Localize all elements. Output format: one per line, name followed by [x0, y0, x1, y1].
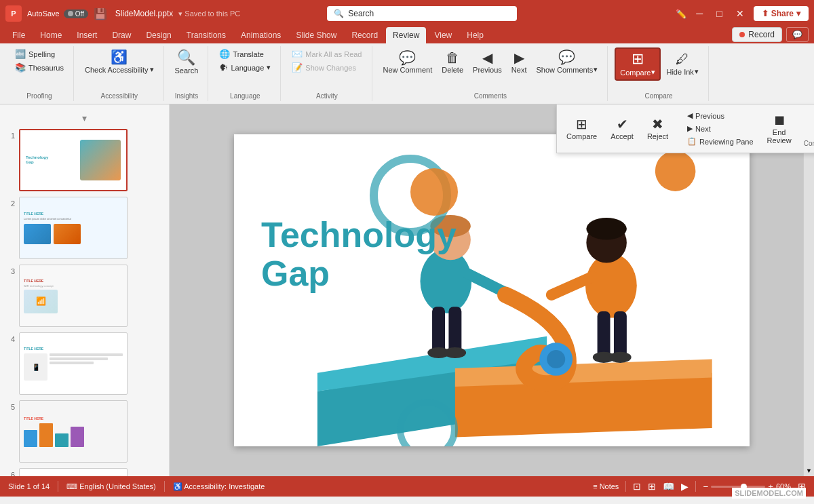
maximize-button[interactable]: □ — [712, 5, 726, 22]
scroll-down-btn[interactable]: ▼ — [804, 465, 814, 476]
show-comments-label: Show Comments — [536, 66, 593, 74]
slide-item-6[interactable]: 6 TITLE HERE Team collaboration — [0, 465, 169, 476]
tab-help[interactable]: Help — [460, 27, 490, 43]
slide-sorter-button[interactable]: ⊞ — [648, 481, 656, 492]
slide-item-5[interactable]: 5 TITLE HERE — [0, 398, 169, 465]
search-input[interactable] — [348, 9, 484, 18]
autosave-toggle[interactable]: Off — [64, 9, 88, 18]
close-button[interactable]: ✕ — [732, 5, 748, 22]
compare-group-label: Compare — [644, 90, 672, 100]
tab-record[interactable]: Record — [345, 27, 385, 43]
language-label: Language — [231, 64, 264, 72]
compare-icon: ⊞ — [632, 52, 644, 66]
language-button[interactable]: 🗣 Language ▾ — [215, 61, 275, 74]
accessibility-dropdown: ▾ — [150, 65, 154, 74]
status-sep-4 — [695, 481, 696, 492]
file-name: SlideModel.pptx — [115, 9, 173, 18]
record-label: Record — [748, 30, 775, 39]
new-comment-button[interactable]: 💬 New Comment — [379, 48, 437, 77]
record-button[interactable]: Record — [732, 27, 782, 42]
notes-button[interactable]: ≡ Notes — [593, 482, 619, 490]
tab-file[interactable]: File — [5, 27, 32, 43]
slide-panel-collapse[interactable]: ▾ — [0, 110, 169, 126]
slide-num-4: 4 — [5, 335, 15, 343]
share-button[interactable]: ⬆ Share ▾ — [754, 6, 809, 21]
accessibility-icon: ♿ — [111, 50, 128, 64]
accept-button[interactable]: ✔ Accept — [606, 115, 638, 143]
reading-view-button[interactable]: 📖 — [663, 481, 674, 492]
tab-view[interactable]: View — [427, 27, 459, 43]
autosave-area: AutoSave Off — [27, 9, 88, 18]
tab-home[interactable]: Home — [33, 27, 69, 43]
mark-all-as-read-button[interactable]: ✉️ Mark All as Read — [288, 47, 366, 60]
slide-item-3[interactable]: 3 TITLE HERE WiFi technology concept 📶 — [0, 262, 169, 330]
compare-buttons: ⊞ Compare ▾ 🖊 Hide Ink ▾ — [615, 47, 703, 81]
ribbon-group-comments: 💬 New Comment 🗑 Delete ◀ Previous ▶ Next… — [374, 46, 608, 101]
comment-button[interactable]: 💬 — [786, 27, 809, 42]
reviewing-pane-button[interactable]: 📋 Reviewing Pane — [683, 136, 758, 147]
compare-button[interactable]: ⊞ Compare ▾ — [615, 47, 661, 81]
tab-design[interactable]: Design — [139, 27, 178, 43]
thesaurus-button[interactable]: 📚 Thesaurus — [11, 61, 68, 74]
slide-thumb-4: TITLE HERE 📱 — [19, 332, 128, 395]
main-content: ▾ 1 TechnologyGap 2 TITLE HERE Lorem ips… — [0, 104, 814, 476]
tab-insert[interactable]: Insert — [70, 27, 104, 43]
search-bar[interactable]: 🔍 — [327, 6, 517, 21]
slide-item-4[interactable]: 4 TITLE HERE 📱 — [0, 330, 169, 398]
previous-comment-button[interactable]: ◀ Previous — [469, 48, 506, 77]
slide-item-1[interactable]: 1 TechnologyGap — [0, 126, 169, 194]
minimize-button[interactable]: ─ — [692, 5, 707, 22]
ribbon-group-proofing: 🔤 Spelling 📚 Thesaurus Proofing — [5, 46, 74, 101]
tab-draw[interactable]: Draw — [105, 27, 138, 43]
slide-count: Slide 1 of 14 — [8, 482, 50, 490]
tab-slideshow[interactable]: Slide Show — [289, 27, 343, 43]
canvas-scrollbar[interactable]: ▲ ▼ — [803, 104, 814, 476]
slide-title-line2: Gap — [261, 254, 330, 293]
slide-num-6: 6 — [5, 471, 15, 476]
search-insights-button[interactable]: 🔍 Search — [171, 47, 203, 77]
hide-ink-label: Hide Ink — [666, 68, 693, 76]
check-accessibility-button[interactable]: ♿ Check Accessibility ▾ — [81, 47, 158, 77]
prev-review-label: Previous — [695, 112, 724, 120]
normal-view-button[interactable]: ⊡ — [633, 481, 641, 492]
spelling-button[interactable]: 🔤 Spelling — [11, 47, 68, 60]
changes-icon: 📝 — [292, 62, 303, 73]
record-dot — [739, 32, 745, 37]
slide-num-2: 2 — [5, 199, 15, 208]
next-review-button[interactable]: ▶ Next — [683, 123, 758, 134]
compare-dropdown-button[interactable]: ⊞ Compare — [562, 115, 601, 143]
slide-thumb-5: TITLE HERE — [19, 400, 128, 463]
svg-point-21 — [547, 350, 565, 368]
slide-panel: ▾ 1 TechnologyGap 2 TITLE HERE Lorem ips… — [0, 104, 170, 476]
accessibility-status[interactable]: ♿ Accessibility: Investigate — [173, 482, 265, 491]
proofing-buttons: 🔤 Spelling 📚 Thesaurus — [11, 47, 68, 74]
show-changes-button[interactable]: 📝 Show Changes — [288, 61, 366, 74]
canvas-area: Technology Gap — [170, 104, 814, 476]
status-sep-2 — [164, 481, 165, 492]
delete-comment-button[interactable]: 🗑 Delete — [438, 48, 467, 77]
compare-label: Compare — [620, 69, 651, 77]
search-insights-label: Search — [175, 66, 199, 75]
zoom-out-button[interactable]: − — [703, 482, 708, 492]
share-label: Share — [771, 9, 794, 18]
reviewing-pane-icon: 📋 — [687, 137, 697, 146]
next-comment-button[interactable]: ▶ Next — [507, 48, 531, 77]
end-review-button[interactable]: ⏹ End Review — [763, 111, 796, 147]
svg-point-19 — [609, 352, 631, 363]
svg-rect-9 — [448, 307, 461, 353]
presenter-view-button[interactable]: ▶ — [681, 481, 689, 492]
tab-animations[interactable]: Animations — [234, 27, 288, 43]
tab-transitions[interactable]: Transitions — [180, 27, 233, 43]
svg-rect-17 — [614, 311, 627, 357]
slide-thumb-1: TechnologyGap — [19, 129, 128, 191]
previous-review-button[interactable]: ◀ Previous — [683, 110, 758, 121]
pen-icon[interactable]: ✏️ — [676, 9, 686, 19]
reject-button[interactable]: ✖ Reject — [643, 115, 672, 143]
slide-item-2[interactable]: 2 TITLE HERE Lorem ipsum dolor sit amet … — [0, 194, 169, 262]
show-comments-button[interactable]: 💬 Show Comments ▾ — [532, 47, 602, 77]
tab-review[interactable]: Review — [386, 27, 426, 43]
hide-ink-button[interactable]: 🖊 Hide Ink ▾ — [662, 50, 702, 79]
translate-button[interactable]: 🌐 Translate — [215, 47, 275, 60]
ribbon-group-compare: ⊞ Compare ▾ 🖊 Hide Ink ▾ Compare — [609, 46, 709, 101]
app-logo: P — [5, 5, 22, 22]
